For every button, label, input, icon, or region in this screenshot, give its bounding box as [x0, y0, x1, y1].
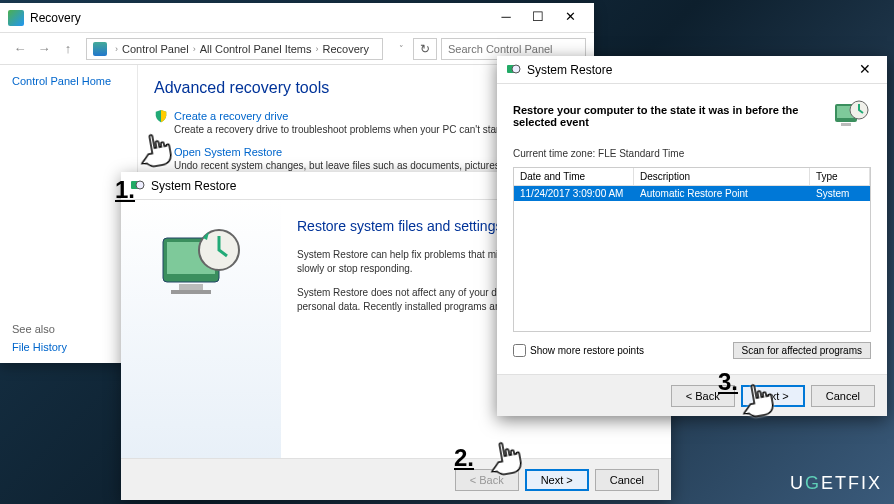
- system-restore-large-icon: [831, 96, 871, 136]
- up-button[interactable]: ↑: [56, 37, 80, 61]
- titlebar: System Restore ✕: [497, 56, 887, 84]
- svg-point-8: [512, 65, 520, 73]
- breadcrumb-item[interactable]: All Control Panel Items: [200, 43, 312, 55]
- checkbox-input[interactable]: [513, 344, 526, 357]
- svg-rect-11: [841, 123, 851, 126]
- recovery-icon: [8, 10, 24, 26]
- watermark: UGETFIX: [790, 473, 882, 494]
- step-2-label: 2.: [454, 444, 474, 472]
- svg-point-1: [136, 181, 144, 189]
- table-header: Date and Time Description Type: [514, 168, 870, 186]
- create-recovery-drive-link[interactable]: Create a recovery drive: [174, 110, 288, 122]
- col-description[interactable]: Description: [634, 168, 810, 186]
- dropdown-icon[interactable]: ˅: [389, 37, 413, 61]
- pointing-hand-icon: [476, 430, 534, 488]
- refresh-button[interactable]: ↻: [413, 38, 437, 60]
- cell-description: Automatic Restore Point: [634, 186, 810, 201]
- dialog-title: System Restore: [527, 63, 851, 77]
- cell-type: System: [810, 186, 870, 201]
- close-button[interactable]: ✕: [554, 6, 586, 30]
- wizard-footer: < Back Next > Cancel: [121, 458, 671, 500]
- checkbox-label: Show more restore points: [530, 345, 644, 356]
- step-1-label: 1.: [115, 176, 135, 204]
- see-also-label: See also: [12, 323, 125, 335]
- timezone-label: Current time zone: FLE Standard Time: [513, 148, 871, 159]
- control-panel-home-link[interactable]: Control Panel Home: [12, 75, 125, 87]
- back-button[interactable]: ←: [8, 37, 32, 61]
- pointing-hand-icon: [728, 372, 786, 430]
- breadcrumb-icon: [93, 42, 107, 56]
- scan-affected-button[interactable]: Scan for affected programs: [733, 342, 871, 359]
- col-type[interactable]: Type: [810, 168, 870, 186]
- system-restore-icon: [505, 62, 521, 78]
- wizard-heading: Restore your computer to the state it wa…: [513, 96, 871, 136]
- close-button[interactable]: ✕: [851, 59, 879, 81]
- svg-rect-5: [171, 290, 211, 294]
- sidebar: Control Panel Home See also File History: [0, 65, 138, 363]
- shield-icon: [154, 109, 168, 123]
- forward-button[interactable]: →: [32, 37, 56, 61]
- open-system-restore-link[interactable]: Open System Restore: [174, 146, 282, 158]
- maximize-button[interactable]: ☐: [522, 6, 554, 30]
- file-history-link[interactable]: File History: [12, 341, 125, 353]
- pointing-hand-icon: [126, 122, 184, 180]
- titlebar: Recovery ─ ☐ ✕: [0, 3, 594, 33]
- restore-points-table: Date and Time Description Type 11/24/201…: [513, 167, 871, 332]
- cell-datetime: 11/24/2017 3:09:00 AM: [514, 186, 634, 201]
- show-more-checkbox[interactable]: Show more restore points: [513, 344, 644, 357]
- breadcrumb[interactable]: › Control Panel › All Control Panel Item…: [86, 38, 383, 60]
- system-restore-wizard-2: System Restore ✕ Restore your computer t…: [497, 56, 887, 416]
- cancel-button[interactable]: Cancel: [595, 469, 659, 491]
- wizard-footer: < Back Next > Cancel: [497, 374, 887, 416]
- cancel-button[interactable]: Cancel: [811, 385, 875, 407]
- next-button[interactable]: Next >: [525, 469, 589, 491]
- table-row[interactable]: 11/24/2017 3:09:00 AM Automatic Restore …: [514, 186, 870, 201]
- wizard-graphic: [121, 200, 281, 458]
- minimize-button[interactable]: ─: [490, 6, 522, 30]
- breadcrumb-item[interactable]: Recovery: [323, 43, 369, 55]
- heading-text: Restore your computer to the state it wa…: [513, 104, 831, 128]
- col-datetime[interactable]: Date and Time: [514, 168, 634, 186]
- breadcrumb-item[interactable]: Control Panel: [122, 43, 189, 55]
- window-title: Recovery: [30, 11, 490, 25]
- svg-rect-4: [179, 284, 203, 290]
